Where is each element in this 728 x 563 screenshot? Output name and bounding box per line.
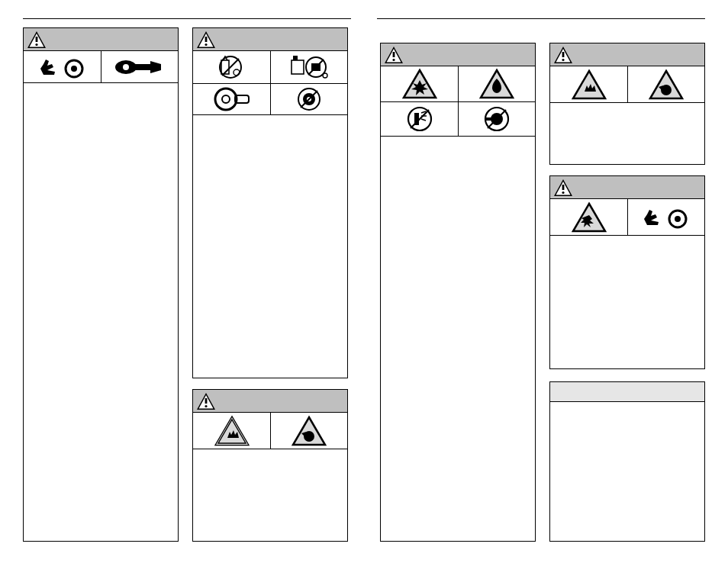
flying-debris-hazard-icon xyxy=(550,199,627,235)
no-oil-lubricant-icon xyxy=(193,51,270,83)
svg-point-33 xyxy=(205,405,207,407)
svg-rect-17 xyxy=(292,60,304,74)
svg-line-16 xyxy=(222,59,239,76)
icon-row xyxy=(381,66,535,101)
svg-line-21 xyxy=(308,60,324,75)
svg-point-61 xyxy=(562,59,564,61)
panel-header xyxy=(550,43,704,66)
hand-cut-hazard-icon xyxy=(550,66,627,102)
icon-row xyxy=(381,101,535,137)
svg-point-70 xyxy=(562,191,564,194)
svg-point-8 xyxy=(123,64,129,70)
warning-panel-3 xyxy=(192,389,348,542)
warning-exclamation-icon xyxy=(196,31,216,52)
explosion-hazard-icon xyxy=(381,66,458,101)
svg-point-22 xyxy=(323,73,327,78)
notice-header xyxy=(550,382,704,402)
svg-point-23 xyxy=(215,88,237,110)
icon-row xyxy=(550,66,704,103)
rotating-blade-hazard-icon xyxy=(627,66,704,102)
panel-header xyxy=(193,390,347,413)
panel-header xyxy=(381,43,535,66)
panel-header xyxy=(193,28,347,51)
wear-gloves-icon xyxy=(24,51,101,82)
panel-header xyxy=(550,176,704,199)
notice-panel xyxy=(549,381,705,542)
fire-hazard-icon xyxy=(458,66,535,101)
no-touch-blade-icon xyxy=(270,84,347,114)
svg-rect-18 xyxy=(293,56,298,60)
svg-rect-42 xyxy=(393,52,395,57)
svg-rect-2 xyxy=(36,37,38,42)
svg-point-12 xyxy=(205,43,207,46)
svg-marker-62 xyxy=(573,71,605,98)
svg-rect-69 xyxy=(562,185,565,190)
icon-row xyxy=(550,199,704,236)
warning-panel-6 xyxy=(549,175,705,369)
warning-panel-5 xyxy=(549,43,705,165)
warning-exclamation-icon xyxy=(196,392,216,413)
svg-point-74 xyxy=(675,216,681,222)
svg-point-24 xyxy=(222,95,230,103)
svg-rect-7 xyxy=(134,64,150,70)
svg-point-43 xyxy=(392,59,395,61)
svg-point-3 xyxy=(35,43,37,46)
svg-rect-56 xyxy=(486,117,494,121)
svg-point-5 xyxy=(71,66,77,72)
warning-exclamation-icon xyxy=(27,31,47,52)
icon-row xyxy=(24,51,178,83)
svg-rect-11 xyxy=(205,37,208,42)
no-grinding-icon xyxy=(458,102,535,136)
icon-row xyxy=(193,51,347,83)
panel-header xyxy=(24,28,178,51)
hand-cut-hazard-icon xyxy=(193,413,270,449)
svg-line-53 xyxy=(411,110,429,128)
warning-exclamation-icon xyxy=(384,46,404,67)
svg-marker-35 xyxy=(216,417,248,445)
warning-panel-2 xyxy=(192,27,348,378)
warning-exclamation-icon xyxy=(553,46,573,67)
rule-line-left xyxy=(23,18,351,19)
rule-line-right xyxy=(377,18,705,19)
svg-line-52 xyxy=(421,119,426,121)
unplug-tool-icon xyxy=(101,51,178,82)
svg-rect-32 xyxy=(205,398,208,404)
warning-exclamation-icon xyxy=(553,179,573,200)
safety-goggles-icon xyxy=(627,199,704,235)
rotating-blade-hazard-icon xyxy=(270,413,347,449)
page xyxy=(0,0,728,563)
no-spray-icon xyxy=(381,102,458,136)
warning-panel-1 xyxy=(23,27,179,542)
blade-guard-icon xyxy=(193,84,270,114)
icon-row xyxy=(193,413,347,449)
no-compressor-icon xyxy=(270,51,347,83)
warning-panel-4 xyxy=(380,43,536,542)
svg-rect-60 xyxy=(562,52,565,57)
icon-row xyxy=(193,83,347,115)
